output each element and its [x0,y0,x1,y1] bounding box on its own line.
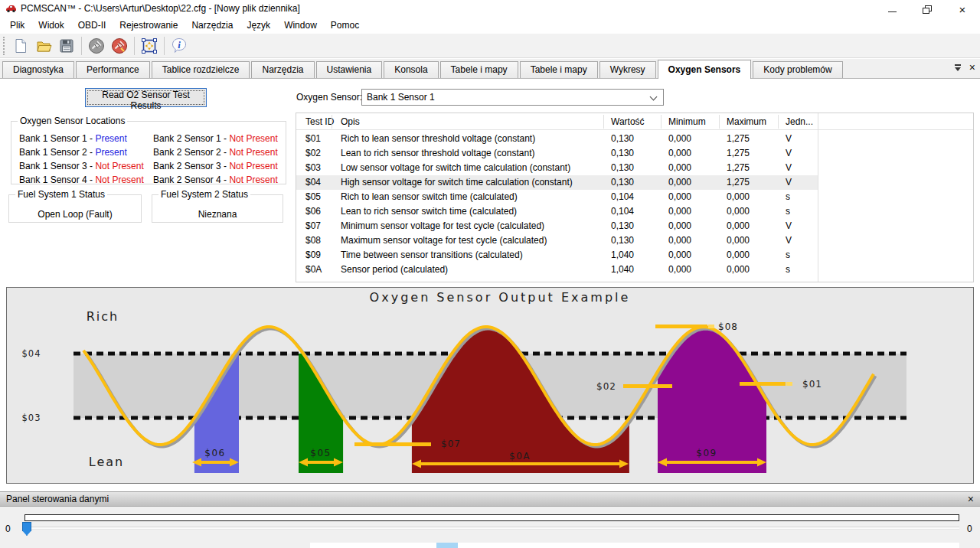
read-o2-sensor-test-results-button[interactable]: Read O2 Sensor Test Results [85,88,207,107]
cell-warto: 0,130 [611,146,634,161]
sensor-location-name: Bank 2 Sensor 3 - [153,161,229,171]
menu-item-pomoc[interactable]: Pomoc [324,18,366,32]
menu-item-plik[interactable]: Plik [3,18,31,32]
sensor-location-name: Bank 2 Sensor 2 - [153,147,229,158]
save-icon[interactable] [55,35,78,57]
open-file-icon[interactable] [32,35,55,57]
tab-diagnostyka[interactable]: Diagnostyka [2,61,74,78]
cell-jedn: s [786,190,790,204]
table-row-04[interactable]: $04High sensor voltage for switch time c… [296,175,818,190]
playback-slider-track[interactable] [24,527,959,530]
tab-tabele-i-mapy[interactable]: Tabele i mapy [440,61,518,78]
tab-konsola[interactable]: Konsola [384,61,438,78]
tab-kody-problem-w[interactable]: Kody problemów [753,61,842,78]
bottom-scrollbar[interactable] [310,543,959,548]
close-button[interactable]: × [945,0,980,18]
diagram-title: Oxygen Sensor Output Example [370,290,631,305]
cell-maximum: 1,275 [727,132,750,146]
bottom-scrollbar-thumb[interactable] [436,543,458,548]
oxygen-sensor-select-value: Bank 1 Sensor 1 [367,92,435,103]
disconnect-icon[interactable] [108,35,131,57]
cell-test-id: $0A [305,263,322,277]
tabs: DiagnostykaPerformanceTablice rozdzielcz… [2,60,844,78]
menu-item-narz-dzia[interactable]: Narzędzia [185,18,240,32]
cell-opis: Time between sensor transitions (calcula… [341,248,523,263]
tab-close-icon[interactable]: × [969,63,975,72]
tab-tablice-rozdzielcze[interactable]: Tablice rozdzielcze [152,61,250,78]
playback-slider-thumb[interactable] [22,522,31,536]
cell-test-id: $01 [305,132,321,146]
column-header-minimum[interactable]: Minimum [668,113,706,130]
column-header-test-id[interactable]: Test ID [305,113,334,130]
app-window: PCMSCAN™ - C:\Users\Artur\Desktop\22.cfg… [0,0,980,548]
table-row-05[interactable]: $05Rich to lean sensor switch time (calc… [296,190,818,204]
sensor-location-name: Bank 1 Sensor 2 - [19,147,95,158]
tab-performance[interactable]: Performance [76,61,150,78]
menu-bar: PlikWidokOBD-IIRejestrowanieNarzędziaJęz… [0,17,980,34]
table-row-02[interactable]: $02Lean to rich sensor threshold voltage… [296,146,818,161]
toolbar-grip[interactable] [3,37,5,55]
table-row-07[interactable]: $07Minimum sensor voltage for test cycle… [296,219,818,233]
column-header-maximum[interactable]: Maximum [727,113,766,130]
cell-test-id: $06 [305,204,321,219]
table-row-0a[interactable]: $0ASensor period (calculated)1,0400,0000… [296,263,818,277]
cell-test-id: $08 [305,233,321,248]
table-row-06[interactable]: $06Lean to rich sensor switch time (calc… [296,204,818,219]
cell-jedn: s [786,263,790,277]
cell-test-id: $07 [305,219,321,233]
cell-minimum: 0,000 [668,263,691,277]
oxygen-sensor-locations-list: Bank 1 Sensor 1 - PresentBank 1 Sensor 2… [19,132,279,187]
toolbar: i [0,34,980,58]
table-row-09[interactable]: $09Time between sensor transitions (calc… [296,248,818,263]
fullscreen-icon[interactable] [138,35,161,57]
restore-button[interactable] [910,0,945,18]
tab-narz-dzia[interactable]: Narzędzia [251,61,314,78]
menu-item-rejestrowanie[interactable]: Rejestrowanie [113,18,185,32]
menu-item-widok[interactable]: Widok [31,18,70,32]
connect-icon[interactable] [85,35,108,57]
tab-ustawienia[interactable]: Ustawienia [316,61,383,78]
panel-close-icon[interactable]: × [968,493,974,505]
tab-tabele-i-mapy[interactable]: Tabele i mapy [520,61,598,78]
cell-test-id: $03 [305,161,321,175]
menu-item-obd-ii[interactable]: OBD-II [71,18,113,32]
sensor-location-name: Bank 2 Sensor 4 - [153,175,229,185]
table-row-08[interactable]: $08Maximum sensor voltage for test cycle… [296,233,818,248]
tab-oxygen-sensors[interactable]: Oxygen Sensors [658,60,752,79]
sensor-location-status: Not Present [229,161,277,171]
toolbar-separator [134,37,135,55]
oxygen-sensor-output-diagram: $06$05$0A$09$07$08$02$01Oxygen Sensor Ou… [6,287,974,484]
column-header-warto[interactable]: Wartość [611,113,645,130]
marker-label-02: $02 [596,381,616,392]
menu-item-window[interactable]: Window [277,18,324,32]
svg-text:i: i [178,38,181,50]
cell-warto: 0,130 [611,233,634,248]
cell-maximum: 1,275 [727,175,750,190]
cell-minimum: 0,000 [668,204,691,219]
table-row-03[interactable]: $03Low sensor voltage for switch time ca… [296,161,818,175]
toolbar-separator [164,37,165,55]
new-file-icon[interactable] [9,35,32,57]
fuel-system-2-status-title: Fuel System 2 Status [158,189,250,200]
info-icon[interactable]: i [168,35,191,57]
tab-list-dropdown-icon[interactable] [954,64,962,71]
tab-wykresy[interactable]: Wykresy [599,61,656,78]
column-header-jedn[interactable]: Jedn... [786,113,813,130]
oxygen-sensor-locations-title: Oxygen Sensor Locations [18,116,127,126]
sensor-location-bank-1-sensor-2: Bank 1 Sensor 2 - Present [19,145,153,159]
marker-line-07 [354,442,431,446]
column-header-opis[interactable]: Opis [341,113,360,130]
oxygen-sensor-select[interactable]: Bank 1 Sensor 1 [361,89,664,106]
cell-maximum: 0,000 [727,204,750,219]
cell-opis: Lean to rich sensor threshold voltage (c… [341,146,534,161]
cell-jedn: s [786,204,790,219]
table-row-01[interactable]: $01Rich to lean sensor threshold voltage… [296,132,818,146]
menu-item-j-zyk[interactable]: Język [240,18,277,32]
cell-maximum: 0,000 [727,219,750,233]
playback-position-bar[interactable] [24,514,959,521]
minimize-button[interactable] [874,0,910,18]
marker-label-01: $01 [802,379,822,390]
upper-threshold-label: $04 [22,348,41,359]
oxygen-sensors-page: Read O2 Sensor Test Results Oxygen Senso… [0,79,980,491]
cell-jedn: V [786,132,792,146]
